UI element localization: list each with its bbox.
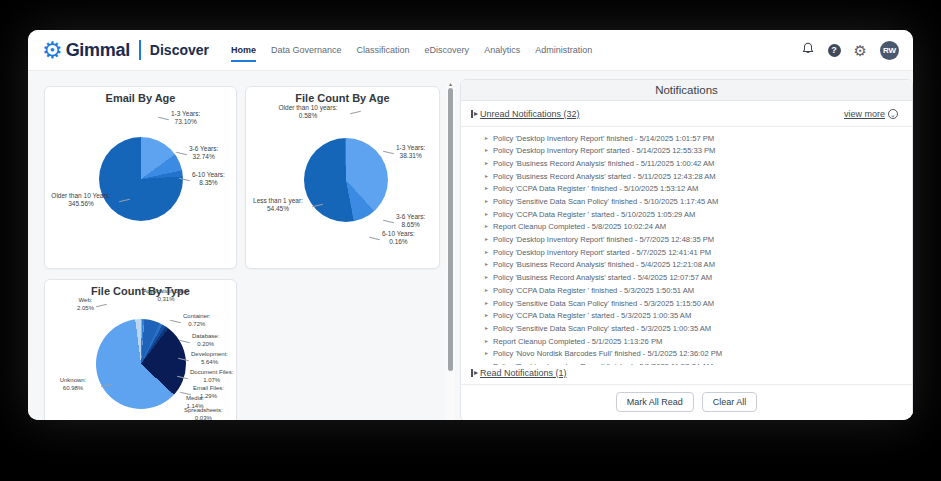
pie-label: Spreadsheets:0.03% xyxy=(184,407,223,420)
notification-bullet-icon: ▸ xyxy=(485,222,488,232)
notification-bullet-icon: ▸ xyxy=(485,349,488,359)
nav-item-classification[interactable]: Classification xyxy=(357,38,410,62)
view-more-link[interactable]: view more xyxy=(844,109,885,119)
notification-bullet-icon: ▸ xyxy=(485,299,488,309)
expand-section-icon xyxy=(471,369,478,377)
product-name: Discover xyxy=(150,42,209,58)
notification-item[interactable]: ▸Policy 'Desktop Inventory Report' finis… xyxy=(485,234,898,247)
notification-item[interactable]: ▸Policy 'Sensitive Data Scan Policy' fin… xyxy=(485,195,898,208)
notification-bullet-icon: ▸ xyxy=(485,146,488,156)
help-icon[interactable] xyxy=(828,44,841,57)
notifications-header: Notifications xyxy=(461,80,912,101)
app-window: Gimmal Discover Home Data Governance Cla… xyxy=(28,30,913,420)
read-notifications-section: Read Notifications (1) xyxy=(461,365,912,385)
gimmal-logo-icon xyxy=(42,39,63,62)
pie-label: Database:0.20% xyxy=(192,333,219,349)
notification-text: Policy 'Desktop Inventory Report' finish… xyxy=(493,134,714,144)
chart-card-email-by-age: Email By Age 1-3 Years:73.10% 3-6 Years:… xyxy=(44,86,237,269)
notification-text: Policy 'CCPA Data Register ' started - 5… xyxy=(493,210,695,220)
notification-bullet-icon: ▸ xyxy=(485,197,488,207)
notification-item[interactable]: ▸Policy 'Sensitive Data Scan Policy' fin… xyxy=(485,297,898,310)
desktop-background: Gimmal Discover Home Data Governance Cla… xyxy=(0,0,941,481)
notification-item[interactable]: ▸Policy 'Business Record Analysis' start… xyxy=(485,170,898,183)
pie-label: Container:0.72% xyxy=(183,313,211,329)
notification-item[interactable]: ▸Policy 'Business Record Analysis' start… xyxy=(485,272,898,285)
notification-item[interactable]: ▸Policy 'CCPA Data Register ' started - … xyxy=(485,310,898,323)
notification-text: Policy 'Business Record Analysis' finish… xyxy=(493,260,715,270)
notification-item[interactable]: ▸Policy 'Novo Nordisk Barcodes Full' fin… xyxy=(485,348,898,361)
unread-notifications-link[interactable]: Unread Notifications (32) xyxy=(480,109,580,119)
pie-label: Web:2.05% xyxy=(77,297,94,313)
navbar-actions: RW xyxy=(801,41,899,60)
notification-bullet-icon: ▸ xyxy=(485,260,488,270)
scroll-up-arrow-icon[interactable]: ▲ xyxy=(446,81,455,87)
notifications-panel: Notifications Unread Notifications (32) … xyxy=(460,79,913,420)
notification-text: Report Cleanup Completed - 5/8/2025 10:0… xyxy=(493,222,666,232)
notification-item[interactable]: ▸Policy 'CCPA Data Register ' started - … xyxy=(485,208,898,221)
pie-label: Development:5.64% xyxy=(191,351,228,367)
notification-text: Report Cleanup Completed - 5/1/2025 1:13… xyxy=(493,337,662,347)
top-navbar: Gimmal Discover Home Data Governance Cla… xyxy=(28,30,913,70)
nav-item-home[interactable]: Home xyxy=(231,38,256,62)
notification-list: ▸Policy 'Desktop Inventory Report' finis… xyxy=(461,127,912,365)
clear-all-button[interactable]: Clear All xyxy=(702,392,758,412)
notification-item[interactable]: ▸Policy 'Business Record Analysis' finis… xyxy=(485,259,898,272)
notification-bullet-icon: ▸ xyxy=(485,337,488,347)
mark-all-read-button[interactable]: Mark All Read xyxy=(616,392,694,412)
read-notifications-toggle[interactable]: Read Notifications (1) xyxy=(471,368,898,378)
nav-item-analytics[interactable]: Analytics xyxy=(484,38,520,62)
notification-text: Policy 'Desktop Inventory Report' starte… xyxy=(493,248,711,258)
notification-bullet-icon: ▸ xyxy=(485,172,488,182)
main-content: Email By Age 1-3 Years:73.10% 3-6 Years:… xyxy=(28,70,913,420)
settings-gear-icon[interactable] xyxy=(854,43,867,58)
pie-label: Application Data:0.31% xyxy=(135,288,197,304)
notification-text: Policy 'Business Record Analysis' starte… xyxy=(493,172,716,182)
notification-text: Policy 'CCPA Data Register ' started - 5… xyxy=(493,311,691,321)
chart-card-file-count-by-age: File Count By Age Older than 10 years:0.… xyxy=(245,86,440,269)
view-more-control[interactable]: view more xyxy=(844,109,898,119)
notification-text: Policy 'Sensitive Data Scan Policy' fini… xyxy=(493,299,714,309)
notification-item[interactable]: ▸Report Cleanup Completed - 5/8/2025 10:… xyxy=(485,221,898,234)
notification-bullet-icon: ▸ xyxy=(485,159,488,169)
notification-bullet-icon: ▸ xyxy=(485,324,488,334)
notification-bullet-icon: ▸ xyxy=(485,184,488,194)
notification-item[interactable]: ▸Policy 'Business Record Analysis' finis… xyxy=(485,157,898,170)
nav-item-ediscovery[interactable]: eDiscovery xyxy=(425,38,470,62)
view-more-icon xyxy=(888,109,898,119)
pie-label: 6-10 Years:0.16% xyxy=(382,230,415,247)
notification-bullet-icon: ▸ xyxy=(485,273,488,283)
notification-bullet-icon: ▸ xyxy=(485,286,488,296)
notification-item[interactable]: ▸Policy 'CCPA Data Register ' finished -… xyxy=(485,183,898,196)
nav-item-administration[interactable]: Administration xyxy=(535,38,592,62)
pie-label: 1-3 Years:73.10% xyxy=(171,110,200,127)
notification-item[interactable]: ▸Policy 'Desktop Inventory Report' start… xyxy=(485,145,898,158)
notification-item[interactable]: ▸Policy 'Desktop Inventory Report' finis… xyxy=(485,132,898,145)
scroll-down-arrow-icon[interactable]: ▼ xyxy=(446,419,455,420)
notifications-toolbar: Unread Notifications (32) view more xyxy=(461,101,912,127)
notification-item[interactable]: ▸Policy 'Desktop Inventory Report' start… xyxy=(485,246,898,259)
scrollbar-thumb[interactable] xyxy=(448,88,453,371)
read-notifications-link[interactable]: Read Notifications (1) xyxy=(480,368,567,378)
chart-title: File Count By Age xyxy=(246,87,439,104)
user-avatar[interactable]: RW xyxy=(880,41,899,60)
brand-separator xyxy=(139,40,141,60)
gimmal-brand[interactable]: Gimmal Discover xyxy=(42,39,209,62)
notification-text: Policy 'Novo Nordisk Barcodes Full' fini… xyxy=(493,349,722,359)
pie-chart-file-count-by-age[interactable] xyxy=(304,138,388,222)
charts-scrollbar[interactable]: ▲ ▼ xyxy=(446,81,455,420)
notifications-footer: Mark All Read Clear All xyxy=(461,385,912,420)
notification-bullet-icon: ▸ xyxy=(485,134,488,144)
notification-bullet-icon: ▸ xyxy=(485,311,488,321)
pie-chart-file-count-by-type[interactable] xyxy=(96,319,186,409)
notification-text: Policy 'CCPA Data Register ' finished - … xyxy=(493,286,694,296)
bell-icon[interactable] xyxy=(801,41,815,60)
notification-text: Policy 'CCPA Data Register ' finished - … xyxy=(493,184,698,194)
notification-item[interactable]: ▸Report Cleanup Completed - 5/1/2025 1:1… xyxy=(485,335,898,348)
unread-notifications-toggle[interactable]: Unread Notifications (32) xyxy=(471,109,580,119)
brand-name: Gimmal xyxy=(66,40,130,61)
pie-label: 3-6 Years:8.65% xyxy=(396,213,425,230)
notification-item[interactable]: ▸Policy 'CCPA Data Register ' finished -… xyxy=(485,284,898,297)
notification-item[interactable]: ▸Policy 'Sensitive Data Scan Policy' sta… xyxy=(485,322,898,335)
collapse-section-icon xyxy=(471,110,478,118)
nav-item-data-governance[interactable]: Data Governance xyxy=(271,38,342,62)
